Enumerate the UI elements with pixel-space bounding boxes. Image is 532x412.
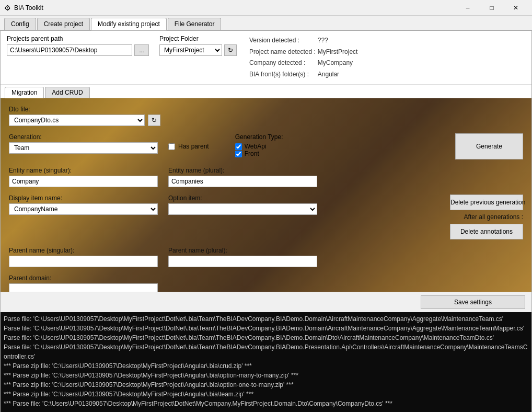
save-bar: Save settings: [1, 292, 531, 312]
parent-plural-group: Parent name (plural):: [168, 247, 317, 267]
entity-singular-label: Entity name (singular):: [9, 167, 158, 174]
parent-domain-input[interactable]: [9, 283, 158, 292]
subtab-migration[interactable]: Migration: [5, 87, 44, 98]
log-line: *** Parse zip file: 'C:\Users\UP01309057…: [4, 380, 528, 390]
generate-section: Generate: [455, 133, 523, 159]
entity-singular-group: Entity name (singular):: [9, 167, 158, 187]
version-detected-label: Version detected :: [249, 35, 316, 47]
bia-fronts-value: Angular: [318, 69, 358, 81]
front-checkbox[interactable]: [235, 151, 242, 157]
project-name-label: Project name detected :: [249, 47, 316, 58]
parent-singular-label: Parent name (singular):: [9, 247, 158, 254]
app-icon: ⚙: [4, 4, 11, 12]
content-panel: Dto file: CompanyDto.cs ↻ Generation:: [1, 98, 531, 292]
dto-refresh-icon: ↻: [152, 117, 157, 124]
parent-domain-group: Parent domain:: [9, 274, 158, 292]
main-wrapper: Projects parent path ... Project Folder …: [0, 30, 532, 412]
parent-domain-label: Parent domain:: [9, 274, 158, 282]
titlebar: ⚙ BIA Toolkit – □ ✕: [0, 0, 532, 16]
subtab-add-crud[interactable]: Add CRUD: [45, 87, 89, 98]
display-item-group: Display item name: CompanyName: [9, 194, 158, 215]
delete-previous-button[interactable]: Delete previous generation: [450, 194, 523, 210]
project-folder-section: Project Folder MyFirstProject ↻: [159, 35, 237, 56]
log-line: Parse file: 'C:\Users\UP01309057\Desktop…: [4, 324, 528, 333]
log-line: *** Parse zip file: 'C:\Users\UP01309057…: [4, 361, 528, 371]
display-item-select[interactable]: CompanyName: [9, 203, 158, 215]
right-action-panel: Delete previous generation After all gen…: [450, 194, 523, 239]
log-line: Parse file: 'C:\Users\UP01309057\Desktop…: [4, 333, 528, 342]
project-name-value: MyFirstProject: [318, 47, 358, 58]
display-item-label: Display item name:: [9, 194, 158, 202]
company-label: Company detected :: [249, 58, 316, 69]
tab-file-generator[interactable]: File Generator: [168, 18, 222, 30]
main-tabbar: Config Create project Modify existing pr…: [0, 16, 532, 30]
window-controls: – □ ✕: [456, 0, 528, 16]
projects-parent-input[interactable]: [7, 44, 132, 56]
generate-button[interactable]: Generate: [455, 133, 523, 159]
parent-singular-input[interactable]: [9, 256, 158, 267]
refresh-icon: ↻: [228, 47, 233, 54]
log-line: *** Parse file: 'C:\Users\UP01309057\Des…: [4, 399, 528, 408]
log-line: Parse file: 'C:\Users\UP01309057\Desktop…: [4, 342, 528, 361]
has-parent-checkbox[interactable]: [168, 143, 175, 150]
log-line: Parse file: 'C:\Users\UP01309057\Desktop…: [4, 314, 528, 324]
option-item-group: Option item:: [168, 194, 317, 215]
close-button[interactable]: ✕: [504, 0, 528, 16]
browse-button[interactable]: ...: [134, 44, 149, 56]
webapi-row: WebApi: [235, 143, 283, 150]
parent-domain-row: Parent domain:: [9, 274, 523, 292]
tab-create-project[interactable]: Create project: [37, 18, 90, 30]
company-value: MyCompany: [318, 58, 358, 69]
projects-parent-label: Projects parent path: [7, 35, 149, 42]
generation-type-section: Generation Type: WebApi Front: [235, 133, 283, 157]
project-folder-label: Project Folder: [159, 35, 237, 42]
dto-file-row: Dto file: CompanyDto.cs ↻: [9, 106, 523, 126]
generation-select[interactable]: Team Company User: [9, 142, 158, 154]
webapi-checkbox[interactable]: [235, 143, 242, 150]
entity-plural-label: Entity name (plural):: [168, 167, 317, 174]
app-title: BIA Toolkit: [14, 4, 456, 12]
path-row: ...: [7, 44, 149, 56]
log-line: *** Parse zip file: 'C:\Users\UP01309057…: [4, 390, 528, 399]
entity-singular-input[interactable]: [9, 176, 158, 187]
dto-file-group: Dto file: CompanyDto.cs ↻: [9, 106, 160, 126]
parent-singular-group: Parent name (singular):: [9, 247, 158, 267]
top-section: Projects parent path ... Project Folder …: [1, 31, 531, 85]
generation-type-label: Generation Type:: [235, 133, 283, 141]
folder-row: MyFirstProject ↻: [159, 44, 237, 56]
after-all-label: After all generations :: [464, 213, 523, 221]
version-info: Version detected : ??? Project name dete…: [247, 35, 525, 80]
parent-plural-label: Parent name (plural):: [168, 247, 317, 254]
sub-tabbar: Migration Add CRUD: [1, 85, 531, 98]
generation-group: Generation: Team Company User: [9, 133, 158, 154]
project-folder-refresh-button[interactable]: ↻: [224, 44, 237, 56]
form-layer: Dto file: CompanyDto.cs ↻ Generation:: [1, 98, 531, 292]
front-row: Front: [235, 150, 283, 157]
entity-plural-group: Entity name (plural):: [168, 167, 317, 187]
generation-label: Generation:: [9, 133, 158, 141]
version-detected-value: ???: [318, 35, 358, 47]
log-area[interactable]: Parse file: 'C:\Users\UP01309057\Desktop…: [1, 312, 531, 412]
entity-name-row: Entity name (singular): Entity name (plu…: [9, 167, 523, 187]
tab-config[interactable]: Config: [4, 18, 36, 30]
project-folder-select[interactable]: MyFirstProject: [159, 44, 222, 56]
option-item-select[interactable]: [168, 203, 317, 215]
dto-refresh-button[interactable]: ↻: [148, 115, 160, 126]
delete-annotations-button[interactable]: Delete annotations: [450, 224, 523, 239]
dto-file-label: Dto file:: [9, 106, 160, 113]
log-line: *** Parse zip file: 'C:\Users\UP01309057…: [4, 371, 528, 380]
webapi-label: WebApi: [245, 143, 267, 150]
has-parent-row: Has parent: [168, 143, 209, 150]
front-label: Front: [245, 150, 259, 157]
parent-name-row: Parent name (singular): Parent name (plu…: [9, 247, 523, 267]
entity-plural-input[interactable]: [168, 176, 317, 187]
maximize-button[interactable]: □: [480, 0, 504, 16]
has-parent-label: Has parent: [178, 143, 209, 150]
parent-plural-input[interactable]: [168, 256, 317, 267]
projects-parent-section: Projects parent path ...: [7, 35, 149, 56]
dto-file-select[interactable]: CompanyDto.cs: [9, 115, 145, 126]
display-item-row: Display item name: CompanyName Option it…: [9, 194, 523, 239]
minimize-button[interactable]: –: [456, 0, 480, 16]
tab-modify-project[interactable]: Modify existing project: [91, 18, 167, 30]
save-settings-button[interactable]: Save settings: [421, 295, 525, 309]
